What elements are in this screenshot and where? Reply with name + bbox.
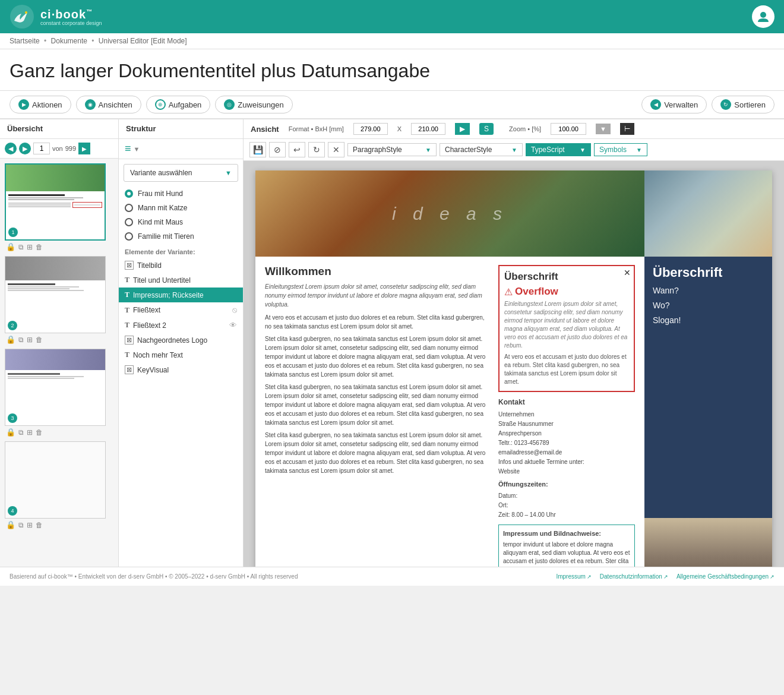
variante-option-3[interactable]: Kind mit Maus: [119, 215, 243, 229]
thumbnail-3-number: 3: [8, 413, 17, 423]
element-t-icon-4: T: [125, 350, 129, 359]
page-title-bar: Ganz langer Dokumententitel plus Datumsa…: [0, 49, 784, 91]
element-fliesstext2[interactable]: T Fließtext 2 👁: [119, 318, 243, 333]
format-label: Format • BxH [mm]: [289, 125, 344, 132]
variante-select[interactable]: Variante auswählen ▼: [124, 164, 238, 182]
footer-copyright: Basierend auf ci-book™ • Entwickelt von …: [10, 573, 298, 580]
impressum-body[interactable]: tempor invidunt ut labore et dolore magn…: [503, 541, 630, 567]
breadcrumb-docs[interactable]: Dokumente: [51, 37, 87, 45]
doc-hero: i d e a s: [255, 170, 644, 257]
user-avatar[interactable]: [752, 5, 774, 28]
thumbnail-2[interactable]: 2 🔒 ⧉ ⊞ 🗑: [5, 256, 113, 344]
variante-option-4[interactable]: Familie mit Tieren: [119, 229, 243, 244]
breadcrumb-home[interactable]: Startseite: [10, 37, 40, 45]
kontakt-title: Kontakt: [498, 397, 635, 408]
format-height-input[interactable]: [411, 123, 445, 135]
next-page-button[interactable]: ▶: [19, 143, 31, 154]
clear-button[interactable]: ⊘: [269, 142, 286, 157]
element-img-icon: ⊠: [125, 261, 134, 270]
redo-button[interactable]: ↻: [308, 142, 325, 157]
thumb-4-move-icon[interactable]: ⊞: [27, 521, 33, 529]
paragraph-style-select[interactable]: ParagraphStyle ▼: [347, 143, 437, 156]
format-s-button[interactable]: S: [479, 123, 494, 135]
aufgaben-button[interactable]: ⊕ Aufgaben: [146, 96, 211, 113]
panel-ansicht: 💾 ⊘ ↩ ↻ ✕ ParagraphStyle ▼ CharacterStyl…: [244, 139, 784, 567]
ueberschrift-intro[interactable]: Einleitungstext Lorem ipsum dolor sit am…: [504, 300, 629, 350]
logo-text: ci·book™: [40, 8, 102, 21]
element-img-icon-3: ⊠: [125, 365, 134, 374]
symbols-select[interactable]: Symbols ▼: [594, 143, 647, 156]
element-fliesstext[interactable]: T Fließtext ⦸: [119, 302, 243, 318]
zoom-dropdown-button[interactable]: ▼: [596, 124, 611, 134]
format-width-input[interactable]: [353, 123, 388, 135]
thumb-delete-icon[interactable]: 🗑: [36, 243, 43, 251]
thumb-3-move-icon[interactable]: ⊞: [27, 428, 33, 437]
close-editor-button[interactable]: ✕: [328, 142, 344, 157]
uebersicht-header: Übersicht: [0, 119, 119, 138]
footer-datenschutz-link[interactable]: Datenschutzinformation ↗: [600, 573, 668, 580]
variante-options: Frau mit Hund Mann mit Katze Kind mit Ma…: [119, 187, 243, 244]
element-hide-icon[interactable]: ⦸: [232, 305, 237, 315]
aktionen-button[interactable]: ▶ Aktionen: [10, 96, 71, 113]
variante-option-1[interactable]: Frau mit Hund: [119, 187, 243, 201]
section-headers: Übersicht Struktur Ansicht Format • BxH …: [0, 119, 784, 139]
variante-option-2[interactable]: Mann mit Katze: [119, 201, 243, 215]
zoom-input[interactable]: [551, 123, 586, 135]
thumbnail-4[interactable]: 4 🔒 ⧉ ⊞ 🗑: [5, 441, 113, 529]
doc-welcome-intro[interactable]: Einleitungstext Lorem ipsum dolor sit am…: [265, 282, 489, 309]
layers-icon: ≡: [125, 143, 131, 155]
doc-welcome-body2[interactable]: Stet clita kasd gubergren, no sea takima…: [265, 334, 489, 379]
svg-point-0: [10, 5, 34, 29]
thumb-2-copy-icon[interactable]: ⧉: [18, 336, 24, 344]
sortieren-button[interactable]: ↻ Sortieren: [712, 96, 774, 113]
verwalten-button[interactable]: ◀ Verwalten: [641, 96, 707, 113]
format-arrow-button[interactable]: ▶: [455, 123, 470, 135]
thumbnail-3[interactable]: 3 🔒 ⧉ ⊞ 🗑: [5, 349, 113, 437]
doc-welcome-body1[interactable]: At vero eos et accusam et justo duo dolo…: [265, 313, 489, 331]
impressum-box: Impressum und Bildnachweise: tempor invi…: [498, 525, 635, 567]
svg-point-2: [760, 12, 766, 18]
element-keyvisual[interactable]: ⊠ KeyVisual: [119, 362, 243, 377]
thumb-2-move-icon[interactable]: ⊞: [27, 336, 33, 344]
page-number-input[interactable]: [33, 143, 50, 154]
element-mehr-text[interactable]: T Noch mehr Text: [119, 348, 243, 362]
element-titel-untertitel[interactable]: T Titel und Untertitel: [119, 273, 243, 288]
right-promo-box: Überschrift Wann? Wo? Slogan!: [644, 257, 772, 518]
impressum-title: Impressum und Bildnachweise:: [503, 529, 630, 538]
ueberschrift-title: Überschrift: [504, 271, 629, 283]
thumb-move-icon[interactable]: ⊞: [27, 243, 33, 251]
zuweisungen-button[interactable]: ◎ Zuweisungen: [215, 96, 292, 113]
overflow-text: Overflow: [515, 286, 558, 298]
thumb-4-delete-icon[interactable]: 🗑: [36, 521, 43, 529]
bird-logo-icon: [10, 4, 34, 29]
prev-page-button[interactable]: ◀: [5, 143, 17, 154]
thumb-3-copy-icon[interactable]: ⧉: [18, 428, 24, 437]
zoom-reset-button[interactable]: ⊢: [620, 123, 634, 135]
struktur-header: Struktur: [119, 119, 244, 138]
promo-line1: Wann?: [653, 283, 764, 298]
element-titelbild[interactable]: ⊠ Titelbild: [119, 258, 243, 273]
thumb-copy-icon[interactable]: ⧉: [18, 243, 24, 251]
page-jump-button[interactable]: ▶: [78, 143, 90, 154]
thumb-3-delete-icon[interactable]: 🗑: [36, 428, 43, 437]
thumbnail-1[interactable]: 1 🔒 ⧉ ⊞ 🗑: [5, 163, 113, 251]
element-logo[interactable]: ⊠ Nachgeordnetes Logo: [119, 333, 243, 348]
doc-welcome-body4[interactable]: Stet clita kasd gubergren, no sea takima…: [265, 431, 489, 475]
undo-button[interactable]: ↩: [289, 142, 305, 157]
character-style-select[interactable]: CharacterStyle ▼: [440, 143, 523, 156]
thumb-2-delete-icon[interactable]: 🗑: [36, 336, 43, 344]
element-impressum-active[interactable]: T Impressum; Rückseite: [119, 288, 243, 302]
doc-welcome-body3[interactable]: Stet clita kasd gubergren, no sea takima…: [265, 383, 489, 427]
promo-line3: Slogan!: [653, 313, 764, 328]
save-button[interactable]: 💾: [249, 142, 266, 157]
thumb-4-copy-icon[interactable]: ⧉: [18, 521, 24, 529]
ueberschrift-close-button[interactable]: ✕: [624, 268, 631, 277]
ansichten-button[interactable]: ◉ Ansichten: [76, 96, 141, 113]
right-img-bottom: [644, 518, 772, 567]
typescript-select[interactable]: TypeScript ▼: [526, 143, 591, 156]
element-eye-icon[interactable]: 👁: [229, 321, 237, 330]
thumbnail-4-number: 4: [8, 506, 17, 516]
footer-agb-link[interactable]: Allgemeine Geschäftsbedingungen ↗: [676, 573, 774, 580]
oeffnung-title: Öffnungszeiten:: [498, 479, 635, 490]
footer-impressum-link[interactable]: Impressum ↗: [556, 573, 591, 580]
